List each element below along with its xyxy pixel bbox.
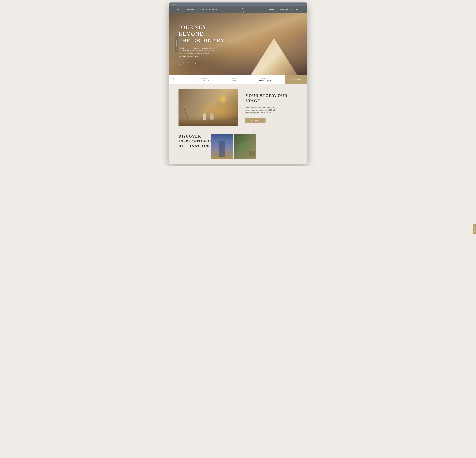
browser-chrome (169, 2, 307, 7)
figure-1 (203, 113, 206, 120)
sustainability-label[interactable]: SUSTAINABILITY (175, 36, 178, 52)
guests-value-wrapper[interactable]: 1 room / 1 guest (259, 80, 282, 82)
explore-button[interactable]: EXPLORE (246, 118, 265, 123)
destination-image-1[interactable] (211, 134, 233, 159)
hero-title-line1: JOURNEY BEYOND (178, 24, 207, 37)
hero-title-line2: THE ORDINARY (178, 37, 225, 43)
dest-overlay-1 (211, 134, 233, 159)
browser-dot-yellow[interactable] (172, 4, 174, 6)
navigation: HOTELS RESIDENCES SPA & WELLBEING OFFERS… (169, 7, 307, 13)
nav-item-experiences[interactable]: EXPERIENCES (280, 9, 292, 11)
booking-bar: HOTEL Any ▾ ARRIVAL 11/23/2022 DEPARTURE… (169, 75, 307, 84)
guests-field: GUESTS 1 room / 1 guest (256, 75, 285, 84)
figure-2 (210, 113, 213, 120)
story-title: YOUR STORY, OUR STAGE (246, 93, 298, 103)
browser-dot-red[interactable] (170, 4, 172, 6)
hero-section: SUSTAINABILITY JOURNEY BEYOND THE ORDINA… (169, 13, 307, 75)
destinations-section: DISCOVER INSPIRATIONAL DESTINATIONS (178, 134, 298, 159)
arrival-label: ARRIVAL (201, 78, 224, 79)
hotel-label: HOTEL (171, 78, 195, 79)
nav-dot-icon (253, 132, 255, 133)
garden-1 (237, 136, 244, 141)
lang-chevron: ▾ (299, 9, 300, 11)
main-content: YOUR STORY, OUR STAGE Turn moments into … (169, 84, 307, 164)
hero-cta-button[interactable]: Read Our Story (178, 61, 230, 65)
destinations-title-line3: DESTINATIONS (178, 144, 211, 148)
departure-field: DEPARTURE 11/24/2022 (227, 75, 256, 84)
guests-label: GUESTS (259, 78, 282, 79)
hotel-value-wrapper[interactable]: Any ▾ (171, 80, 195, 82)
departure-value: 11/24/2022 (230, 80, 238, 82)
hero-cta-label: Read Our Story (183, 62, 196, 64)
hero-subtitle: No matter where you choose as your next … (178, 47, 216, 54)
destinations-images (211, 134, 298, 159)
nav-item-residences[interactable]: RESIDENCES (187, 9, 198, 11)
building-aerial (249, 151, 255, 156)
browser-dot-green[interactable] (175, 4, 176, 6)
nav-left: HOTELS RESIDENCES SPA & WELLBEING (176, 9, 217, 11)
arrival-value: 11/23/2022 (201, 80, 209, 82)
destinations-title: DISCOVER INSPIRATIONAL DESTINATIONS (178, 134, 206, 148)
tent-decoration (250, 31, 298, 75)
departure-value-wrapper[interactable]: 11/24/2022 (230, 80, 253, 82)
destinations-title-line1: DISCOVER (178, 134, 201, 138)
story-title-line1: YOUR STORY, OUR (246, 93, 288, 98)
nav-item-hotels[interactable]: HOTELS (176, 9, 183, 11)
nav-right: OFFERS EXPERIENCES EN ▾ (269, 9, 300, 11)
destination-image-2[interactable] (234, 134, 256, 159)
hero-title: JOURNEY BEYOND THE ORDINARY (178, 24, 230, 44)
figures (203, 113, 213, 120)
ground (178, 120, 238, 126)
nav-item-spa[interactable]: SPA & WELLBEING (202, 9, 217, 11)
hotel-chevron-icon: ▾ (194, 80, 195, 81)
destinations-text: DISCOVER INSPIRATIONAL DESTINATIONS (178, 134, 206, 148)
lang-selector[interactable]: EN ▾ (296, 9, 300, 11)
book-now-button[interactable]: BOOK NOW (285, 75, 307, 84)
departure-label: DEPARTURE (230, 78, 253, 79)
guests-value: 1 room / 1 guest (259, 80, 271, 82)
story-description: Turn moments into memories with our all-… (246, 106, 280, 114)
arrival-field: ARRIVAL 11/23/2022 (198, 75, 227, 84)
story-text: YOUR STORY, OUR STAGE Turn moments into … (246, 93, 298, 122)
hotel-field: HOTEL Any ▾ (169, 75, 198, 84)
hero-tagline: Let your travel dreams unfold. (178, 56, 230, 58)
nav-logo[interactable] (241, 8, 245, 12)
play-icon (178, 61, 182, 65)
story-image (178, 89, 238, 126)
garden-2 (239, 142, 249, 150)
story-section: YOUR STORY, OUR STAGE Turn moments into … (178, 89, 298, 126)
arrival-value-wrapper[interactable]: 11/23/2022 (201, 80, 224, 82)
story-title-line2: STAGE (246, 99, 260, 103)
page-wrapper: HOTELS RESIDENCES SPA & WELLBEING OFFERS… (169, 2, 307, 164)
destinations-title-line2: INSPIRATIONAL (178, 139, 213, 143)
hero-content: JOURNEY BEYOND THE ORDINARY No matter wh… (169, 24, 240, 65)
hotel-value: Any (171, 80, 174, 82)
sun-glow (218, 94, 228, 104)
lang-label: EN (296, 9, 298, 11)
nav-item-offers[interactable]: OFFERS (269, 9, 276, 11)
